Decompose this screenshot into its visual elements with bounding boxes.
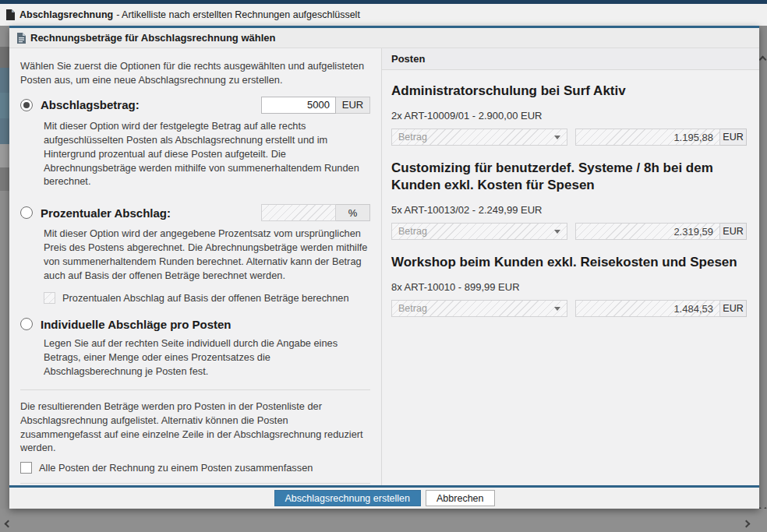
- mode-dropdown-value: Betrag: [398, 132, 427, 143]
- posten-title: Administratorschulung bei Surf Aktiv: [391, 83, 747, 100]
- option-individuell-description: Legen Sie auf der rechten Seite individu…: [44, 336, 370, 379]
- abschlagsbetrag-input[interactable]: [261, 97, 336, 114]
- cancel-button[interactable]: Abbrechen: [426, 490, 494, 506]
- dialog-title: Rechnungsbeträge für Abschlagsrechnung w…: [30, 32, 275, 44]
- amount-field-disabled: 1.195,88: [575, 129, 720, 146]
- posten-panel: Posten Administratorschulung bei Surf Ak…: [382, 48, 759, 485]
- dialog-header: Rechnungsbeträge für Abschlagsrechnung w…: [9, 28, 759, 48]
- mode-dropdown-value: Betrag: [398, 226, 427, 237]
- horizontal-scrollbar[interactable]: [0, 509, 767, 532]
- abschlagsbetrag-field-group: EUR: [261, 97, 370, 114]
- option-abschlagsbetrag-row: Abschlagsbetrag: EUR: [20, 97, 370, 114]
- posten-subtitle: 8x ART-10010 - 899,99 EUR: [391, 281, 747, 293]
- radio-abschlagsbetrag[interactable]: [20, 99, 33, 111]
- posten-subtitle: 5x ART-10013/02 - 2.249,99 EUR: [391, 204, 747, 216]
- divider: [20, 389, 370, 390]
- abschlagsbetrag-currency-suffix: EUR: [336, 97, 370, 114]
- amount-field-group: 2.319,59 EUR: [575, 223, 747, 240]
- option-prozentual-row: Prozentualer Abschlag: %: [20, 204, 370, 221]
- option-prozentual-description: Mit dieser Option wird der angegebene Pr…: [44, 227, 370, 283]
- amount-field-group: 1.484,53 EUR: [575, 300, 747, 317]
- amount-currency-suffix: EUR: [720, 223, 747, 240]
- offene-betraege-checkbox-row: Prozentualen Abschlag auf Basis der offe…: [44, 292, 370, 304]
- document-icon: [6, 9, 15, 20]
- mode-dropdown-disabled: Betrag: [391, 129, 567, 146]
- option-prozentual-label: Prozentualer Abschlag:: [41, 206, 171, 220]
- window-title-bar: Abschlagsrechnung - Artikelliste nach er…: [0, 0, 767, 26]
- scroll-left-icon[interactable]: [5, 520, 12, 528]
- amount-field-disabled: 2.319,59: [575, 223, 720, 240]
- dialog-body: Wählen Sie zuerst die Optionen für die r…: [9, 48, 759, 485]
- chevron-down-icon: [554, 307, 560, 311]
- dialog-footer: Abschlagsrechnung erstellen Abbrechen: [9, 485, 759, 509]
- posten-item: Customizing für benutzerdef. Systeme / 8…: [391, 160, 747, 240]
- create-abschlagsrechnung-button[interactable]: Abschlagsrechnung erstellen: [274, 490, 422, 506]
- options-panel: Wählen Sie zuerst die Optionen für die r…: [9, 48, 382, 485]
- prozent-suffix: %: [336, 204, 370, 221]
- posten-title: Workshop beim Kunden exkl. Reisekosten u…: [391, 254, 747, 271]
- mode-dropdown-value: Betrag: [398, 303, 427, 314]
- option-abschlagsbetrag-description: Mit dieser Option wird der festgelegte B…: [44, 119, 370, 189]
- amount-field-disabled: 1.484,53: [575, 300, 720, 317]
- divider: [20, 483, 370, 484]
- posten-title: Customizing für benutzerdef. Systeme / 8…: [391, 160, 747, 194]
- scroll-up-icon[interactable]: [759, 56, 767, 64]
- abschlagsrechnung-dialog: Rechnungsbeträge für Abschlagsrechnung w…: [9, 26, 759, 509]
- mode-dropdown-disabled: Betrag: [391, 300, 567, 317]
- chevron-down-icon: [554, 136, 560, 139]
- intro-text: Wählen Sie zuerst die Optionen für die r…: [20, 59, 370, 87]
- amount-currency-suffix: EUR: [720, 129, 747, 146]
- amount-field-group: 1.195,88 EUR: [575, 129, 747, 146]
- combine-checkbox[interactable]: [20, 462, 32, 474]
- prozent-input-disabled: [261, 204, 336, 221]
- amount-currency-suffix: EUR: [720, 300, 747, 317]
- prozent-field-group: %: [261, 204, 370, 221]
- application-window: Abschlagsrechnung - Artikelliste nach er…: [0, 0, 767, 532]
- posten-item: Administratorschulung bei Surf Aktiv 2x …: [391, 83, 747, 146]
- scroll-right-icon[interactable]: [743, 520, 751, 528]
- summary-note: Die resultierenden Beträge werden pro Po…: [20, 400, 370, 456]
- amount-value: 2.319,59: [673, 226, 713, 238]
- option-abschlagsbetrag-label: Abschlagsbetrag:: [41, 98, 140, 111]
- radio-prozentualer-abschlag[interactable]: [20, 206, 33, 219]
- chevron-down-icon: [554, 230, 560, 234]
- posten-header: Posten: [382, 48, 759, 70]
- vertical-scrollbar[interactable]: [759, 26, 767, 509]
- posten-item: Workshop beim Kunden exkl. Reisekosten u…: [391, 254, 747, 317]
- offene-betraege-checkbox-label: Prozentualen Abschlag auf Basis der offe…: [62, 292, 349, 304]
- window-subtitle: - Artikelliste nach erstellten Rechnunge…: [116, 9, 360, 20]
- option-individuell-label: Individuelle Abschläge pro Posten: [41, 318, 232, 331]
- amount-value: 1.484,53: [673, 303, 713, 315]
- amount-value: 1.195,88: [673, 132, 713, 143]
- radio-individuelle-abschlaege[interactable]: [20, 318, 33, 330]
- combine-checkbox-label: Alle Posten der Rechnung zu einem Posten…: [39, 462, 313, 474]
- offene-betraege-checkbox: [44, 292, 55, 304]
- mode-dropdown-disabled: Betrag: [391, 223, 567, 240]
- posten-controls: Betrag 1.484,53 EUR: [391, 300, 747, 317]
- combine-checkbox-row: Alle Posten der Rechnung zu einem Posten…: [20, 462, 370, 474]
- background-table-rows: [0, 26, 9, 509]
- option-individuell-row: Individuelle Abschläge pro Posten: [20, 318, 370, 331]
- posten-subtitle: 2x ART-10009/01 - 2.900,00 EUR: [391, 110, 747, 122]
- document-lines-icon: [17, 33, 26, 44]
- posten-list: Administratorschulung bei Surf Aktiv 2x …: [382, 70, 759, 317]
- window-title: Abschlagsrechnung: [19, 9, 113, 20]
- posten-controls: Betrag 1.195,88 EUR: [391, 129, 747, 146]
- posten-controls: Betrag 2.319,59 EUR: [391, 223, 747, 240]
